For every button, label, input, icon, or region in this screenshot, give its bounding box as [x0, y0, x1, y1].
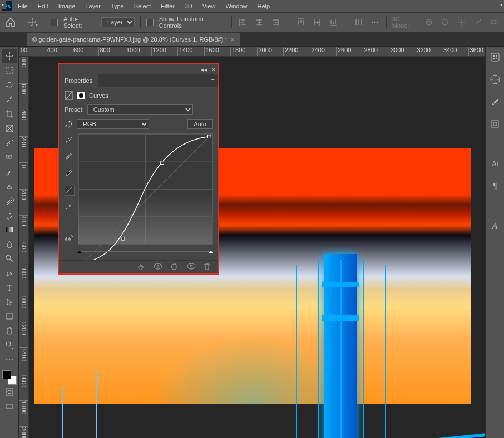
menu-select[interactable]: Select: [130, 2, 156, 11]
menu-edit[interactable]: Edit: [33, 2, 53, 11]
collapse-right-icon[interactable]: ◂: [498, 0, 504, 9]
hand-tool[interactable]: [2, 323, 17, 338]
adjustment-name: Curves: [89, 92, 108, 99]
brush-tool[interactable]: [2, 165, 17, 179]
glyphs-panel-icon[interactable]: A: [489, 220, 501, 232]
align-right-icon[interactable]: [270, 17, 281, 28]
gradient-tool[interactable]: [2, 222, 17, 237]
svg-point-18: [8, 390, 11, 394]
gray-point-eyedropper[interactable]: [65, 152, 75, 162]
panel-menu-icon[interactable]: ≡: [208, 77, 218, 84]
more-align-icon[interactable]: [369, 17, 380, 28]
pan-3d-icon: [456, 17, 467, 28]
align-top-icon[interactable]: [295, 17, 306, 28]
trash-icon[interactable]: [204, 263, 213, 272]
paragraph-panel-icon[interactable]: ¶: [489, 180, 501, 192]
black-point-eyedropper[interactable]: [65, 169, 75, 179]
marquee-tool[interactable]: [2, 63, 17, 78]
color-swatches[interactable]: [2, 370, 17, 385]
slide-3d-icon: [472, 17, 483, 28]
menu-help[interactable]: Help: [253, 2, 275, 11]
quickmask-toggle[interactable]: [2, 385, 17, 399]
align-vcenter-icon[interactable]: [312, 17, 322, 28]
show-transform-label: Show Transform Controls: [159, 16, 226, 29]
menu-view[interactable]: View: [198, 2, 220, 11]
brushes-panel-icon[interactable]: [489, 96, 501, 108]
menu-layer[interactable]: Layer: [81, 2, 105, 11]
panel-collapse-icon[interactable]: ◂◂: [201, 66, 207, 73]
magic-wand-tool[interactable]: [2, 92, 17, 107]
history-brush-tool[interactable]: [2, 193, 17, 208]
blur-tool[interactable]: [2, 237, 17, 251]
eraser-tool[interactable]: [2, 208, 17, 222]
curve-point-tool[interactable]: [65, 186, 75, 196]
clip-warning-icon[interactable]: [65, 235, 75, 245]
align-hcenter-icon[interactable]: [254, 17, 264, 28]
preset-dropdown[interactable]: Custom: [87, 104, 193, 115]
align-left-icon[interactable]: [238, 17, 248, 28]
panel-close-icon[interactable]: ✕: [211, 66, 216, 73]
white-point-eyedropper[interactable]: [65, 136, 75, 146]
type-tool[interactable]: [2, 280, 17, 295]
input-range-slider[interactable]: [78, 249, 213, 256]
document-tab-title: © golden-gate-panorama-P9WNFXJ.jpg @ 20.…: [32, 36, 228, 43]
home-button[interactable]: [4, 16, 16, 28]
eyedropper-tool[interactable]: [2, 136, 17, 150]
layer-mask-icon[interactable]: [77, 91, 86, 100]
svg-rect-33: [491, 53, 499, 61]
navigator-panel-icon[interactable]: [489, 73, 501, 86]
clip-to-layer-icon[interactable]: [137, 263, 146, 272]
black-point-handle[interactable]: [77, 248, 82, 253]
svg-point-16: [12, 359, 13, 360]
ruler-vertical[interactable]: 8006004002000200400600800100012001400160…: [19, 57, 29, 438]
curve-draw-tool[interactable]: [65, 202, 75, 212]
document-tab[interactable]: © golden-gate-panorama-P9WNFXJ.jpg @ 20.…: [27, 33, 240, 46]
menu-window[interactable]: Window: [221, 2, 251, 11]
character-panel-icon[interactable]: A|: [489, 158, 501, 170]
screenmode-toggle[interactable]: [2, 399, 17, 414]
properties-tab[interactable]: Properties: [59, 74, 98, 87]
path-select-tool[interactable]: [2, 295, 17, 309]
collapse-left-icon[interactable]: ▸: [0, 0, 6, 9]
edit-toolbar-icon[interactable]: [2, 352, 17, 367]
pen-tool[interactable]: [2, 266, 17, 280]
clone-stamp-tool[interactable]: [2, 179, 17, 193]
shape-tool[interactable]: [2, 309, 17, 323]
dodge-tool[interactable]: [2, 251, 17, 266]
svg-point-31: [187, 263, 195, 269]
reset-icon[interactable]: [170, 263, 179, 272]
layers-panel-icon[interactable]: [489, 51, 501, 63]
orbit-3d-icon: [423, 17, 434, 28]
curves-graph[interactable]: [78, 133, 213, 245]
healing-brush-tool[interactable]: [2, 150, 17, 165]
view-previous-icon[interactable]: [154, 263, 162, 272]
channel-dropdown[interactable]: RGB: [77, 119, 149, 129]
menu-file[interactable]: File: [13, 2, 32, 11]
svg-point-4: [426, 21, 432, 23]
distribute-h-icon[interactable]: [353, 17, 364, 28]
menu-type[interactable]: Type: [106, 2, 129, 11]
curves-icon: [65, 91, 73, 100]
ruler-horizontal[interactable]: 0040060080010001200140016001800200022002…: [19, 47, 485, 57]
frame-tool[interactable]: [2, 121, 17, 136]
visibility-icon[interactable]: [187, 263, 196, 272]
history-panel-icon[interactable]: [489, 118, 501, 130]
move-tool-icon[interactable]: ▾: [28, 17, 39, 28]
align-bottom-icon[interactable]: [328, 17, 339, 28]
svg-point-2: [377, 22, 378, 23]
auto-select-dropdown[interactable]: Layer: [101, 17, 135, 27]
auto-button[interactable]: Auto: [187, 119, 213, 129]
target-adjust-icon[interactable]: [65, 120, 73, 128]
menu-image[interactable]: Image: [54, 2, 80, 11]
move-tool[interactable]: [2, 49, 17, 63]
crop-tool[interactable]: [2, 107, 17, 121]
menu-3d[interactable]: 3D: [180, 2, 197, 11]
canvas-area[interactable]: ◂◂ ✕ Properties ≡ Curves Preset: Custom …: [29, 57, 485, 438]
white-point-handle[interactable]: [208, 248, 214, 253]
auto-select-checkbox[interactable]: [51, 19, 58, 26]
zoom-tool[interactable]: [2, 338, 17, 352]
menu-filter[interactable]: Filter: [156, 2, 179, 11]
close-tab-icon[interactable]: ×: [231, 36, 234, 43]
lasso-tool[interactable]: [2, 78, 17, 92]
show-transform-checkbox[interactable]: [146, 19, 154, 26]
